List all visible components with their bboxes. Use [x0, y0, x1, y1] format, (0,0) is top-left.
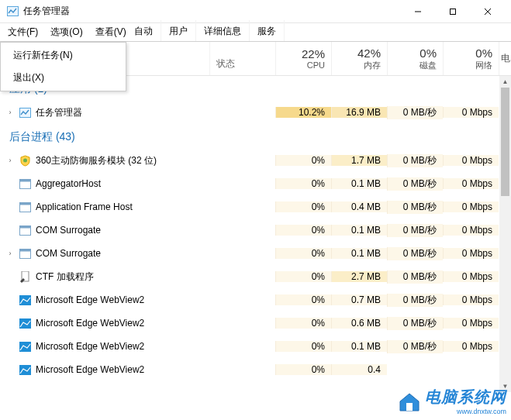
memory-cell: 0.1 MB [331, 341, 387, 352]
cpu-cell: 0% [275, 341, 331, 352]
group-background[interactable]: 后台进程 (43) [0, 124, 511, 149]
memory-cell: 0.1 MB [331, 248, 387, 259]
disk-cell: 0 MB/秒 [387, 270, 443, 284]
memory-cell: 1.7 MB [331, 155, 387, 166]
scroll-thumb[interactable] [501, 88, 509, 196]
disk-usage-pct: 0% [394, 46, 437, 60]
table-row[interactable]: COM Surrogate0%0.1 MB0 MB/秒0 Mbps [0, 219, 511, 242]
tab-services[interactable]: 服务 [250, 20, 285, 41]
table-row[interactable]: ›COM Surrogate0%0.1 MB0 MB/秒0 Mbps [0, 242, 511, 265]
process-name: COM Surrogate [36, 248, 101, 259]
mem-label: 内存 [338, 60, 381, 71]
watermark-text: 电脑系统网 [425, 387, 506, 408]
tab-users[interactable]: 用户 [161, 20, 196, 41]
col-cpu[interactable]: 22% CPU [275, 42, 331, 75]
network-cell: 0 Mbps [443, 201, 499, 212]
process-name: 任务管理器 [36, 106, 82, 119]
expand-icon[interactable]: › [6, 157, 14, 164]
memory-cell: 0.1 MB [331, 178, 387, 189]
process-name: Microsoft Edge WebView2 [36, 364, 144, 375]
menu-run-new-task[interactable]: 运行新任务(N) [2, 44, 124, 67]
network-cell: 0 Mbps [443, 178, 499, 189]
disk-cell: 0 MB/秒 [387, 224, 443, 237]
process-name: AggregatorHost [36, 178, 101, 189]
cpu-cell: 10.2% [275, 107, 331, 118]
process-list: 应用 (1)›任务管理器10.2%16.9 MB0 MB/秒0 Mbps后台进程… [0, 76, 511, 392]
process-name: Application Frame Host [36, 201, 133, 212]
shield-icon [19, 154, 31, 167]
process-name: Microsoft Edge WebView2 [36, 318, 144, 329]
disk-cell: 0 MB/秒 [387, 317, 443, 330]
disk-cell: 0 MB/秒 [387, 177, 443, 191]
pen-icon [19, 270, 31, 283]
table-row[interactable]: Microsoft Edge WebView20%0.6 MB0 MB/秒0 M… [0, 312, 511, 335]
mem-usage-pct: 42% [338, 46, 381, 60]
table-row[interactable]: ›360主动防御服务模块 (32 位)0%1.7 MB0 MB/秒0 Mbps [0, 149, 511, 172]
table-row[interactable]: Microsoft Edge WebView20%0.1 MB0 MB/秒0 M… [0, 335, 511, 358]
watermark-url: www.dnxtw.com [425, 408, 506, 415]
cpu-cell: 0% [275, 178, 331, 189]
tab-details[interactable]: 详细信息 [196, 20, 250, 41]
scroll-track[interactable] [499, 88, 511, 380]
net-usage-pct: 0% [450, 46, 492, 60]
network-cell: 0 Mbps [443, 294, 499, 305]
edge-icon [19, 340, 31, 353]
network-cell: 0 Mbps [443, 248, 499, 259]
memory-cell: 0.7 MB [331, 294, 387, 305]
cpu-cell: 0% [275, 271, 331, 282]
table-row[interactable]: ›任务管理器10.2%16.9 MB0 MB/秒0 Mbps [0, 101, 511, 124]
col-status[interactable]: 状态 [209, 42, 275, 75]
edge-icon [19, 317, 31, 329]
process-name: CTF 加载程序 [36, 270, 94, 284]
col-disk[interactable]: 0% 磁盘 [387, 42, 443, 75]
col-extra[interactable]: 电 [499, 42, 511, 75]
table-row[interactable]: Microsoft Edge WebView20%0.4 [0, 358, 511, 381]
net-label: 网络 [450, 60, 492, 71]
memory-cell: 0.1 MB [331, 225, 387, 236]
network-cell: 0 Mbps [443, 271, 499, 282]
app-icon [19, 201, 31, 213]
menu-exit[interactable]: 退出(X) [2, 67, 124, 89]
col-status-label: 状态 [216, 57, 235, 71]
svg-point-6 [23, 158, 27, 162]
network-cell: 0 Mbps [443, 341, 499, 352]
process-name: 360主动防御服务模块 (32 位) [36, 154, 157, 167]
col-memory[interactable]: 42% 内存 [331, 42, 387, 75]
cpu-cell: 0% [275, 201, 331, 212]
window-title: 任务管理器 [23, 5, 400, 18]
app-icon [19, 224, 31, 236]
col-network[interactable]: 0% 网络 [443, 42, 499, 75]
expand-icon[interactable]: › [6, 250, 14, 257]
svg-rect-5 [19, 108, 30, 117]
cpu-cell: 0% [275, 225, 331, 236]
cpu-usage-pct: 22% [282, 47, 325, 60]
disk-cell: 0 MB/秒 [387, 154, 443, 167]
tab-startup[interactable]: 自动 [126, 20, 161, 41]
svg-rect-10 [19, 202, 30, 205]
memory-cell: 0.6 MB [331, 318, 387, 329]
scroll-up-icon[interactable]: ▲ [499, 76, 511, 88]
svg-rect-14 [19, 249, 30, 251]
disk-cell: 0 MB/秒 [387, 201, 443, 214]
disk-cell: 0 MB/秒 [387, 247, 443, 260]
table-row[interactable]: Microsoft Edge WebView20%0.7 MB0 MB/秒0 M… [0, 288, 511, 312]
memory-cell: 2.7 MB [331, 271, 387, 282]
svg-rect-12 [19, 225, 30, 228]
table-row[interactable]: CTF 加载程序0%2.7 MB0 MB/秒0 Mbps [0, 265, 511, 288]
process-name: Microsoft Edge WebView2 [36, 294, 144, 305]
disk-cell: 0 MB/秒 [387, 106, 443, 119]
cpu-cell: 0% [275, 294, 331, 305]
table-row[interactable]: Application Frame Host0%0.4 MB0 MB/秒0 Mb… [0, 195, 511, 219]
scrollbar[interactable]: ▲ ▼ [499, 76, 511, 392]
app-icon [19, 247, 31, 260]
app-icon [19, 177, 31, 190]
tabs: 自动 用户 详细信息 服务 [0, 20, 511, 42]
process-name: Microsoft Edge WebView2 [36, 341, 144, 352]
task-icon [19, 106, 31, 119]
cpu-cell: 0% [275, 248, 331, 259]
table-row[interactable]: AggregatorHost0%0.1 MB0 MB/秒0 Mbps [0, 172, 511, 195]
disk-cell: 0 MB/秒 [387, 340, 443, 353]
network-cell: 0 Mbps [443, 155, 499, 166]
expand-icon[interactable]: › [6, 108, 14, 116]
network-cell: 0 Mbps [443, 318, 499, 329]
